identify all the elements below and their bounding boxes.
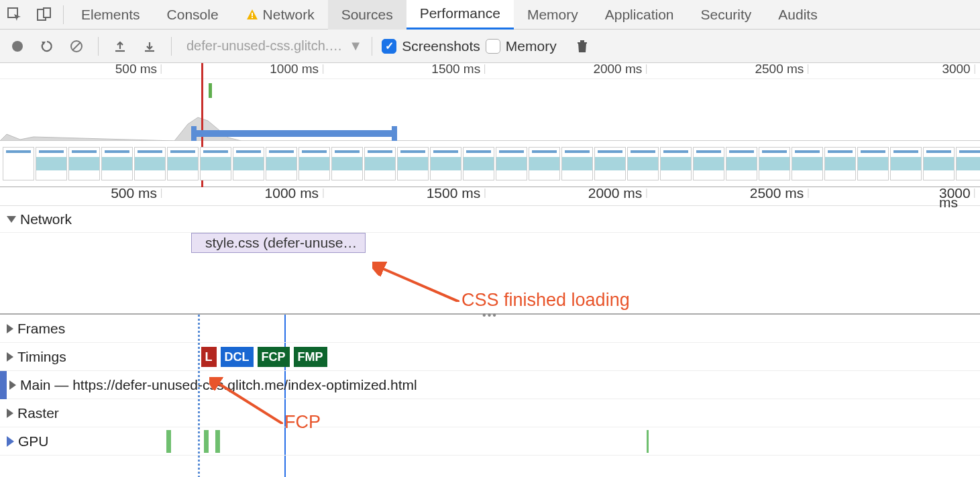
gpu-activity-bar[interactable] (166, 430, 171, 453)
track-label: Timings (17, 349, 66, 365)
reload-button[interactable] (35, 34, 59, 58)
filmstrip-frame[interactable] (200, 147, 231, 180)
disclosure-triangle-icon (9, 380, 16, 390)
filmstrip-frame[interactable] (463, 147, 494, 180)
filmstrip-frame[interactable] (824, 147, 856, 180)
tab-label: Performance (420, 5, 500, 21)
frames-track-header[interactable]: Frames (0, 321, 65, 337)
tab-label: Sources (341, 7, 393, 23)
checkbox-icon (486, 39, 500, 54)
filmstrip-frame[interactable] (726, 147, 757, 180)
tab-sources[interactable]: Sources (328, 0, 406, 30)
gpu-activity-bar[interactable] (215, 430, 220, 453)
filmstrip-frame[interactable] (101, 147, 133, 180)
filmstrip-frame[interactable] (923, 147, 955, 180)
timing-badge-load[interactable]: L (201, 347, 217, 367)
divider (171, 37, 172, 56)
filmstrip-frame[interactable] (890, 147, 922, 180)
filmstrip-frame[interactable] (496, 147, 527, 180)
tab-audits[interactable]: Audits (765, 0, 830, 30)
screenshots-filmstrip[interactable] (3, 147, 977, 183)
filmstrip-frame[interactable] (266, 147, 297, 180)
tab-performance[interactable]: Performance (406, 0, 514, 30)
main-track-header[interactable]: Main — https://defer-unused-css.glitch.m… (0, 377, 417, 393)
gpu-activity-bar[interactable] (204, 430, 209, 453)
raster-track-header[interactable]: Raster (0, 405, 59, 421)
filmstrip-frame[interactable] (759, 147, 790, 180)
tab-memory[interactable]: Memory (514, 0, 592, 30)
frames-track-row: Frames (0, 315, 980, 343)
tab-security[interactable]: Security (687, 0, 765, 30)
filmstrip-frame[interactable] (660, 147, 692, 180)
filmstrip-frame[interactable] (3, 147, 34, 180)
network-request-stylecss[interactable]: style.css (defer-unuse… (191, 233, 366, 253)
ruler-tick: 2500 ms (750, 189, 809, 198)
filmstrip-frame[interactable] (529, 147, 560, 180)
track-label: Main — https://defer-unused-css.glitch.m… (20, 377, 417, 393)
ruler-tick: 3000 (942, 64, 975, 74)
tab-console[interactable]: Console (154, 0, 232, 30)
timing-badge-dcl[interactable]: DCL (221, 347, 254, 367)
recording-selector[interactable]: defer-unused-css.glitch.… ▼ (186, 38, 362, 54)
filmstrip-frame[interactable] (331, 147, 363, 180)
selection-range[interactable] (196, 130, 392, 137)
clear-button[interactable] (64, 34, 89, 58)
filmstrip-frame[interactable] (627, 147, 659, 180)
timing-badge-fcp[interactable]: FCP (258, 347, 290, 367)
selection-handle-right[interactable] (392, 126, 397, 141)
filmstrip-frame[interactable] (68, 147, 100, 180)
svg-rect-11 (578, 42, 587, 44)
filmstrip-frame[interactable] (956, 147, 980, 180)
timing-badge-fmp[interactable]: FMP (294, 347, 327, 367)
ruler-tick: 1500 ms (431, 64, 485, 74)
timings-track-header[interactable]: Timings (0, 349, 66, 365)
chevron-down-icon: ▼ (349, 38, 362, 54)
cpu-activity-chart (0, 114, 980, 141)
network-wait-marker (191, 233, 192, 253)
gpu-track-header[interactable]: GPU (0, 433, 49, 449)
disclosure-triangle-icon (7, 409, 13, 418)
filmstrip-frame[interactable] (167, 147, 199, 180)
filmstrip-frame[interactable] (693, 147, 724, 180)
tab-elements[interactable]: Elements (68, 0, 154, 30)
inspect-icon[interactable] (0, 0, 30, 30)
svg-rect-4 (252, 17, 253, 18)
network-track-header[interactable]: Network (0, 211, 72, 227)
tab-label: Network (263, 7, 315, 23)
tab-label: Application (605, 7, 674, 23)
ruler-tick: 1000 ms (270, 64, 323, 74)
tab-network[interactable]: Network (232, 0, 328, 30)
filmstrip-frame[interactable] (561, 147, 593, 180)
disclosure-triangle-icon (7, 352, 13, 362)
filmstrip-frame[interactable] (397, 147, 429, 180)
tab-application[interactable]: Application (592, 0, 688, 30)
upload-profile-button[interactable] (108, 34, 132, 58)
ruler-tick: 1000 ms (265, 189, 324, 198)
timings-track-row: Timings L DCL FCP FMP (0, 343, 980, 371)
track-label: Raster (17, 405, 59, 421)
filmstrip-frame[interactable] (134, 147, 166, 180)
divider (63, 5, 64, 24)
device-toggle-icon[interactable] (30, 0, 59, 30)
download-profile-button[interactable] (138, 34, 162, 58)
filmstrip-frame[interactable] (233, 147, 264, 180)
overview-timeline[interactable]: 500 ms 1000 ms 1500 ms 2000 ms 2500 ms 3… (0, 63, 980, 187)
main-selection-indicator (0, 371, 7, 399)
filmstrip-frame[interactable] (857, 147, 889, 180)
filmstrip-frame[interactable] (36, 147, 67, 180)
network-track-header-row: Network (0, 206, 980, 233)
checkbox-label: Memory (506, 38, 557, 54)
garbage-collect-button[interactable] (570, 34, 594, 58)
memory-toggle[interactable]: Memory (486, 38, 557, 54)
filmstrip-frame[interactable] (430, 147, 461, 180)
filmstrip-frame[interactable] (298, 147, 330, 180)
record-button[interactable] (5, 34, 30, 58)
filmstrip-frame[interactable] (792, 147, 823, 180)
svg-rect-3 (252, 13, 253, 16)
tab-label: Elements (81, 7, 140, 23)
gpu-activity-bar[interactable] (647, 430, 649, 453)
screenshots-toggle[interactable]: Screenshots (382, 38, 480, 54)
filmstrip-frame[interactable] (594, 147, 626, 180)
filmstrip-frame[interactable] (364, 147, 396, 180)
warning-icon (246, 8, 259, 21)
